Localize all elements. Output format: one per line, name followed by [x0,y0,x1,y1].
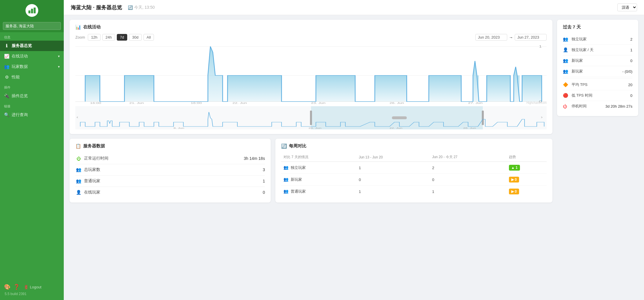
new-players1-label: 新玩家 [572,58,628,63]
content-right: 过去 7 天 👥 独立玩家 2 👤 独立玩家 / 天 1 👥 新玩家 0 [557,20,638,295]
zoom-7d[interactable]: 7d [117,34,127,41]
new-players2-value: - (0/0) [622,69,632,74]
svg-text:1: 1 [539,45,542,48]
zoom-controls: Zoom 12h 24h 7d 30d All Jun 20, 2023 → J… [75,34,547,41]
past7-new-players2: 👥 新玩家 - (0/0) [563,66,632,77]
downtime-icon: ⏻ [563,104,569,109]
sidebar-item-player-data[interactable]: 👥 玩家数据 ▾ [0,62,64,72]
sidebar-section-links: 链接 [0,101,64,110]
unique-per-day-label: 独立玩家 / 天 [572,47,628,53]
date-to-input[interactable]: Jun 27, 2023 [515,34,547,41]
weekly-row-regular: 👥 普通玩家 1 1 ▶ 0 [281,186,547,198]
past7-avg-tps: 🔶 平均 TPS 20 [563,79,632,90]
main-content: 海蓝大陆 · 服务器总览 🔄 今天, 13:50 汉语 📊 在线活动 Zoom … [64,0,644,300]
sidebar-item-server-overview[interactable]: ℹ 服务器总览 [0,41,64,51]
downtime-value: 3d 20h 28m 27s [605,104,632,109]
language-select-wrapper[interactable]: 汉语 [617,3,637,11]
version-label: 5.5 build 2391 [4,292,60,296]
sidebar-item-label: 玩家数据 [12,64,28,69]
trend-up-badge: ▲ 1 [509,165,520,171]
zoom-30d[interactable]: 30d [129,34,142,41]
trend-neutral-badge: ▶ 0 [509,177,519,182]
svg-rect-28 [310,111,312,125]
avg-tps-value: 20 [628,83,632,87]
palette-icon[interactable]: 🎨 [4,284,10,290]
svg-text:26. Jun: 26. Jun [390,102,404,104]
refresh-info: 🔄 今天, 13:50 [128,5,155,10]
chart-icon: 📈 [4,54,9,59]
low-tps-label: 低 TPS 时间 [572,93,628,98]
mini-chart: 8. Jun 20. Jun 22. Jun 26. Jun ‹ › [75,106,547,129]
svg-rect-0 [28,10,30,13]
sidebar-item-performance[interactable]: ⚙ 性能 [0,72,64,82]
online-activity-card: 📊 在线活动 Zoom 12h 24h 7d 30d All Jun 20, 2… [70,20,552,134]
wc-new-trend: ▶ 0 [507,174,547,186]
svg-text:26. Jun: 26. Jun [463,127,476,129]
col-situation: 对比 7 天的情况 [281,153,356,162]
sidebar-bottom: 🎨 ❓ 🚪 Logout 5.5 build 2391 [0,280,64,300]
search-icon: 🔍 [4,112,9,118]
svg-marker-15 [85,75,100,102]
server-select[interactable]: 服务器, 海蓝大陆 [3,22,61,30]
wc-unique-label: 👥 独立玩家 [281,162,356,174]
language-select[interactable]: 汉语 [617,3,637,11]
svg-marker-19 [316,75,355,102]
new-players2-icon: 👥 [563,69,569,74]
avg-tps-label: 平均 TPS [572,82,626,87]
col-date1: Jun 13 - Jun 20 [356,153,430,162]
page-title: 海蓝大陆 · 服务器总览 [71,4,122,11]
weekly-compare-card: 🔄 每周对比 对比 7 天的情况 Jun 13 - Jun 20 Jun 20 … [275,139,552,203]
server-select-wrapper[interactable]: 服务器, 海蓝大陆 [0,20,64,32]
sidebar-section-info: 信息 [0,32,64,41]
weekly-table-header: 对比 7 天的情况 Jun 13 - Jun 20 Jun 20 - 今天 27… [281,153,547,162]
unique-players-icon: 👥 [563,37,569,42]
online-players-row: 👤 在线玩家 0 [75,187,265,198]
zoom-12h[interactable]: 12h [88,34,101,41]
total-players-value: 3 [263,167,265,172]
sidebar-item-online-activity[interactable]: 📈 在线活动 ▾ [0,51,64,62]
zoom-24h[interactable]: 24h [102,34,115,41]
wc-new-label: 👥 新玩家 [281,174,356,186]
info-icon: ℹ [4,43,9,48]
online-players-label: 在线玩家 [84,190,260,195]
date-range: Jun 20, 2023 → Jun 27, 2023 [475,34,547,41]
app-logo [26,4,38,17]
sidebar-item-label: 进行查询 [12,112,28,118]
gear-icon: ⚙ [4,75,9,80]
svg-marker-25 [522,75,542,102]
zoom-all[interactable]: All [143,34,154,41]
new-players2-label: 新玩家 [572,69,620,74]
zoom-label: Zoom [75,35,85,39]
wc-regular-val1: 1 [356,186,430,198]
sidebar-item-query[interactable]: 🔍 进行查询 [0,110,64,120]
refresh-icon[interactable]: 🔄 [128,5,133,10]
low-tps-icon: 🔴 [563,93,569,98]
svg-marker-20 [375,75,407,102]
content-area: 📊 在线活动 Zoom 12h 24h 7d 30d All Jun 20, 2… [64,15,644,300]
chevron-down-icon: ▾ [58,65,60,69]
area-chart-icon: 📊 [75,24,81,30]
date-from-input[interactable]: Jun 20, 2023 [475,34,507,41]
wc-unique-val2: 2 [430,162,507,174]
unique-per-day-value: 1 [630,48,632,52]
svg-marker-16 [124,75,154,102]
help-icon[interactable]: ❓ [13,284,20,290]
svg-text:27. Jun: 27. Jun [468,102,483,104]
power-icon: ⏻ [75,156,82,161]
logout-button[interactable]: 🚪 Logout [24,285,41,289]
topbar: 海蓝大陆 · 服务器总览 🔄 今天, 13:50 汉语 [64,0,644,15]
past7-title: 过去 7 天 [563,24,632,30]
col-trend: 趋势 [507,153,547,162]
svg-marker-23 [487,75,510,102]
sidebar-item-plugin-overview[interactable]: 🔌 插件总览 [0,91,64,101]
uptime-label: 正常运行时间 [84,156,241,161]
plugin-icon: 🔌 [4,93,9,99]
wc-unique-val1: 1 [356,162,430,174]
users-icon: 👥 [4,64,9,69]
svg-text:22. Jun: 22. Jun [232,102,247,104]
weekly-compare-title: 🔄 每周对比 [281,143,547,149]
users-green-icon: 👥 [283,165,288,170]
unique-day-icon: 👤 [563,47,569,53]
compare-icon: 🔄 [281,143,287,149]
svg-rect-2 [34,8,36,13]
